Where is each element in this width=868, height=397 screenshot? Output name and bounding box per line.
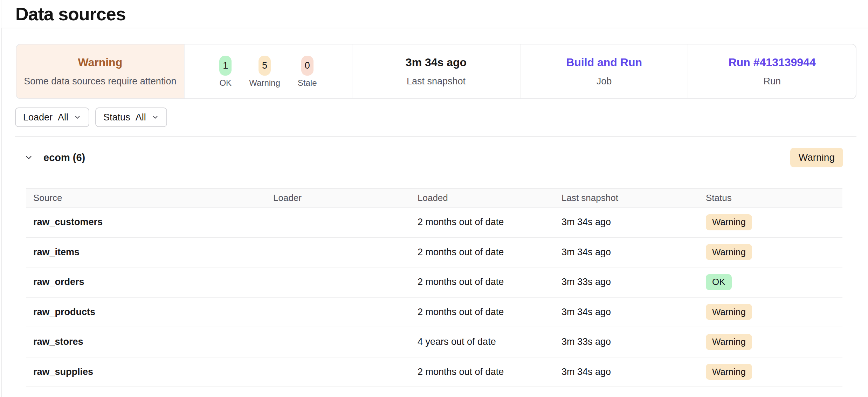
group-header-ecom[interactable]: ecom (6) Warning <box>16 148 856 167</box>
run-link[interactable]: Run #413139944 <box>729 56 816 69</box>
status-counts-card: 1 OK 5 Warning 0 Stale <box>185 44 353 98</box>
last-snapshot-value: 3m 34s ago <box>406 56 467 69</box>
stat-warning-label: Warning <box>249 79 280 87</box>
table-row[interactable]: raw_orders 2 months out of date 3m 33s a… <box>26 267 842 298</box>
cell-last-snapshot: 3m 34s ago <box>562 217 706 228</box>
run-card: Run #413139944 Run <box>688 44 856 98</box>
section-divider <box>15 136 856 137</box>
cell-status: Warning <box>706 214 842 230</box>
table-row[interactable]: raw_customers 2 months out of date 3m 34… <box>26 208 842 238</box>
run-label: Run <box>763 76 781 87</box>
cell-last-snapshot: 3m 33s ago <box>562 277 706 287</box>
page-header: Data sources <box>1 0 868 28</box>
chevron-down-icon[interactable] <box>24 153 33 162</box>
status-filter-button[interactable]: Status All <box>95 107 167 127</box>
overall-status-subtitle: Some data sources require attention <box>24 76 176 87</box>
status-badge: Warning <box>706 304 752 320</box>
column-header-source: Source <box>33 193 273 203</box>
data-sources-table: Source Loader Loaded Last snapshot Statu… <box>26 188 842 387</box>
status-badge: Warning <box>706 364 752 380</box>
overall-status-card: Warning Some data sources require attent… <box>16 44 185 98</box>
cell-loaded: 2 months out of date <box>418 277 562 287</box>
cell-source: raw_orders <box>33 277 273 287</box>
last-snapshot-label: Last snapshot <box>407 76 466 87</box>
chevron-down-icon <box>74 113 81 121</box>
page-title: Data sources <box>15 4 126 25</box>
content-left-border <box>1 0 2 397</box>
column-header-status: Status <box>706 193 842 203</box>
loader-filter-label: Loader <box>23 112 53 123</box>
filter-bar: Loader All Status All <box>15 107 167 127</box>
cell-last-snapshot: 3m 33s ago <box>562 336 706 347</box>
status-filter-label: Status <box>103 112 130 123</box>
table-row[interactable]: raw_products 2 months out of date 3m 34s… <box>26 298 842 328</box>
summary-card: Warning Some data sources require attent… <box>16 44 856 99</box>
cell-loaded: 2 months out of date <box>418 307 562 318</box>
cell-source: raw_products <box>33 307 273 318</box>
cell-last-snapshot: 3m 34s ago <box>562 307 706 318</box>
group-title: ecom (6) <box>43 152 85 163</box>
stat-stale: 0 Stale <box>298 56 317 87</box>
cell-status: OK <box>706 274 842 290</box>
cell-loaded: 4 years out of date <box>418 336 562 347</box>
column-header-last-snapshot: Last snapshot <box>562 193 706 203</box>
status-filter-value: All <box>136 112 146 123</box>
loader-filter-value: All <box>58 112 68 123</box>
stat-warning: 5 Warning <box>249 56 280 87</box>
job-link[interactable]: Build and Run <box>566 56 642 69</box>
cell-status: Warning <box>706 244 842 260</box>
job-label: Job <box>597 76 612 87</box>
cell-source: raw_customers <box>33 217 273 228</box>
column-header-loaded: Loaded <box>418 193 562 203</box>
stat-warning-count: 5 <box>259 56 271 76</box>
column-header-loader: Loader <box>273 193 418 203</box>
job-card: Build and Run Job <box>521 44 689 98</box>
cell-status: Warning <box>706 364 842 380</box>
stat-ok-label: OK <box>219 79 232 87</box>
cell-status: Warning <box>706 304 842 320</box>
cell-source: raw_items <box>33 247 273 258</box>
chevron-down-icon <box>151 113 159 121</box>
status-badge: Warning <box>706 244 752 260</box>
stat-ok: 1 OK <box>219 56 232 87</box>
cell-last-snapshot: 3m 34s ago <box>562 367 706 377</box>
status-badge: OK <box>706 274 732 290</box>
cell-last-snapshot: 3m 34s ago <box>562 247 706 258</box>
table-row[interactable]: raw_items 2 months out of date 3m 34s ag… <box>26 238 842 268</box>
last-snapshot-card: 3m 34s ago Last snapshot <box>352 44 521 98</box>
cell-source: raw_stores <box>33 336 273 347</box>
status-badge: Warning <box>706 214 752 230</box>
table-row[interactable]: raw_stores 4 years out of date 3m 33s ag… <box>26 327 842 357</box>
table-header-row: Source Loader Loaded Last snapshot Statu… <box>26 188 842 208</box>
overall-status-value: Warning <box>78 56 122 69</box>
stat-ok-count: 1 <box>219 56 232 76</box>
table-body: raw_customers 2 months out of date 3m 34… <box>26 208 842 387</box>
stat-stale-label: Stale <box>298 79 317 87</box>
cell-source: raw_supplies <box>33 367 273 377</box>
status-badge: Warning <box>706 334 752 350</box>
status-counts: 1 OK 5 Warning 0 Stale <box>219 56 317 87</box>
group-status-badge: Warning <box>790 148 843 167</box>
stat-stale-count: 0 <box>301 56 314 76</box>
table-row[interactable]: raw_supplies 2 months out of date 3m 34s… <box>26 357 842 388</box>
cell-status: Warning <box>706 334 842 350</box>
cell-loaded: 2 months out of date <box>418 367 562 377</box>
cell-loaded: 2 months out of date <box>418 217 562 228</box>
cell-loaded: 2 months out of date <box>418 247 562 258</box>
loader-filter-button[interactable]: Loader All <box>15 107 89 127</box>
